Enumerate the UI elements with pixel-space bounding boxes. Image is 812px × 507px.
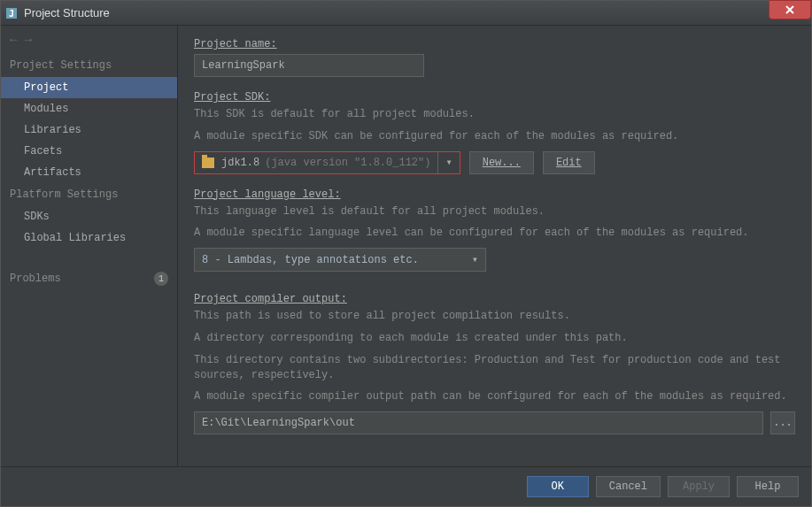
sdk-dropdown[interactable]: jdk1.8 (java version "1.8.0_112") ▾ — [194, 151, 460, 174]
dialog-footer: OK Cancel Apply Help — [1, 466, 811, 506]
apply-button[interactable]: Apply — [668, 476, 730, 497]
help-button[interactable]: Help — [737, 476, 799, 497]
language-level-label: Project language level: — [194, 188, 795, 201]
app-icon: J — [4, 6, 19, 20]
svg-text:J: J — [9, 9, 14, 19]
sidebar-header-project-settings: Project Settings — [1, 54, 177, 77]
out-desc-1: This path is used to store all project c… — [194, 309, 795, 324]
forward-icon[interactable]: → — [24, 33, 31, 47]
compiler-output-label: Project compiler output: — [194, 293, 795, 305]
sidebar-item-sdks[interactable]: SDKs — [1, 206, 177, 227]
window-title: Project Structure — [24, 6, 110, 19]
titlebar[interactable]: J Project Structure — [1, 1, 811, 26]
sidebar: ← → Project Settings Project Modules Lib… — [1, 26, 178, 466]
project-sdk-label: Project SDK: — [194, 91, 795, 104]
close-button[interactable] — [769, 0, 811, 19]
lang-desc-2: A module specific language level can be … — [194, 226, 795, 241]
sdk-desc-2: A module specific SDK can be configured … — [194, 129, 795, 144]
sidebar-item-project[interactable]: Project — [1, 77, 177, 98]
language-level-dropdown[interactable]: 8 - Lambdas, type annotations etc. ▾ — [194, 248, 486, 272]
out-desc-3: This directory contains two subdirectori… — [194, 353, 795, 383]
problems-label: Problems — [10, 273, 61, 285]
edit-sdk-button[interactable]: Edit — [543, 151, 595, 174]
sidebar-header-platform-settings: Platform Settings — [1, 183, 177, 206]
sidebar-item-problems[interactable]: Problems 1 — [1, 266, 177, 291]
lang-desc-1: This language level is default for all p… — [194, 204, 795, 219]
out-desc-2: A directory corresponding to each module… — [194, 331, 795, 346]
project-name-input[interactable]: LearningSpark — [194, 54, 424, 77]
sdk-version: (java version "1.8.0_112") — [265, 157, 430, 169]
problems-badge: 1 — [154, 272, 168, 286]
browse-button[interactable]: ... — [770, 411, 795, 434]
compiler-output-input[interactable]: E:\Git\LearningSpark\out — [194, 411, 763, 434]
language-level-value: 8 - Lambdas, type annotations etc. — [202, 254, 419, 266]
ok-button[interactable]: OK — [527, 476, 589, 497]
sidebar-item-libraries[interactable]: Libraries — [1, 119, 177, 141]
sidebar-item-facets[interactable]: Facets — [1, 141, 177, 162]
chevron-down-icon: ▾ — [472, 253, 478, 266]
sdk-name: jdk1.8 — [221, 157, 259, 169]
sidebar-item-artifacts[interactable]: Artifacts — [1, 162, 177, 183]
sdk-desc-1: This SDK is default for all project modu… — [194, 107, 795, 122]
out-desc-4: A module specific compiler output path c… — [194, 389, 795, 404]
project-name-label: Project name: — [194, 38, 795, 50]
sidebar-item-global-libraries[interactable]: Global Libraries — [1, 227, 177, 249]
chevron-down-icon: ▾ — [438, 156, 459, 169]
dialog-window: J Project Structure ← → Project Settings… — [0, 0, 812, 507]
cancel-button[interactable]: Cancel — [596, 476, 661, 497]
main-panel: Project name: LearningSpark Project SDK:… — [178, 26, 811, 466]
new-sdk-button[interactable]: New... — [469, 151, 534, 174]
back-icon[interactable]: ← — [10, 33, 17, 47]
folder-icon — [202, 157, 214, 168]
sidebar-item-modules[interactable]: Modules — [1, 98, 177, 119]
